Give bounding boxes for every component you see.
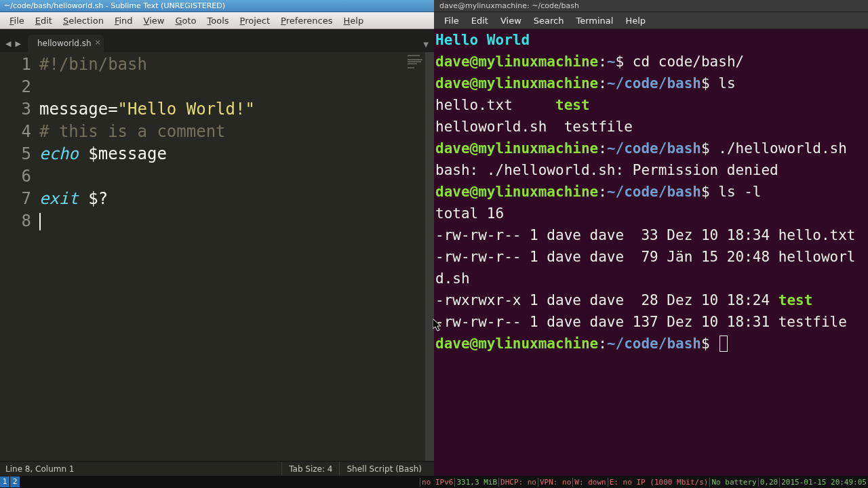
statusbar-item: No battery — [709, 478, 757, 487]
workspace-1-button[interactable]: 1 — [0, 476, 9, 487]
menu-file[interactable]: File — [4, 16, 30, 26]
menu-help[interactable]: Help — [338, 16, 370, 26]
menu-preferences[interactable]: Preferences — [275, 16, 338, 26]
sublime-statusbar: Line 8, Column 1 Tab Size: 4 Shell Scrip… — [0, 461, 434, 476]
statusbar-item: W: down — [572, 478, 607, 487]
menu-edit[interactable]: Edit — [30, 16, 58, 26]
menu-file[interactable]: File — [438, 16, 465, 26]
sublime-editor[interactable]: 12345678 #!/bin/bash message="Hello Worl… — [0, 52, 434, 461]
workspace-2-button[interactable]: 2 — [10, 476, 20, 487]
statusbar-item: E: no IP (1000 Mbit/s) — [608, 478, 710, 487]
statusbar-item: 331,3 MiB — [454, 478, 498, 487]
sublime-titlebar: ~/code/bash/helloworld.sh - Sublime Text… — [0, 0, 434, 12]
menu-project[interactable]: Project — [235, 16, 276, 26]
scrollbar[interactable] — [425, 52, 434, 461]
minimap[interactable] — [405, 52, 425, 461]
menu-terminal[interactable]: Terminal — [570, 16, 619, 26]
statusbar-item: 2015-01-15 20:49:05 — [779, 478, 868, 487]
sublime-menubar: FileEditSelectionFindViewGotoToolsProjec… — [0, 12, 434, 29]
menu-view[interactable]: View — [494, 16, 528, 26]
taskbar: 1 2 no IPv6331,3 MiBDHCP: noVPN: noW: do… — [0, 476, 868, 488]
tab-helloworld[interactable]: helloworld.sh × — [28, 35, 104, 52]
status-syntax[interactable]: Shell Script (Bash) — [339, 462, 429, 476]
menu-view[interactable]: View — [138, 16, 170, 26]
sublime-tabrow: ◀ ▶ helloworld.sh × ▼ — [0, 29, 434, 52]
status-tabsize[interactable]: Tab Size: 4 — [281, 462, 339, 476]
statusbar-item: VPN: no — [538, 478, 572, 487]
statusbar-item: no IPv6 — [420, 478, 454, 487]
status-position[interactable]: Line 8, Column 1 — [5, 462, 81, 476]
terminal-menubar: FileEditViewSearchTerminalHelp — [434, 12, 868, 29]
menu-help[interactable]: Help — [619, 16, 652, 26]
tab-overflow-icon[interactable]: ▼ — [423, 41, 429, 48]
terminal-window: dave@mylinuxmachine: ~/code/bash FileEdi… — [434, 0, 868, 476]
terminal-body[interactable]: Hello Worlddave@mylinuxmachine:~$ cd cod… — [434, 29, 868, 476]
terminal-titlebar: dave@mylinuxmachine: ~/code/bash — [434, 0, 868, 12]
menu-tools[interactable]: Tools — [202, 16, 235, 26]
menu-edit[interactable]: Edit — [465, 16, 494, 26]
code-area[interactable]: #!/bin/bash message="Hello World!"# this… — [39, 52, 405, 461]
menu-goto[interactable]: Goto — [170, 16, 201, 26]
tab-label: helloworld.sh — [37, 39, 92, 48]
menu-search[interactable]: Search — [528, 16, 570, 26]
tab-nav-forward-icon[interactable]: ▶ — [15, 39, 24, 52]
statusbar-item: DHCP: no — [498, 478, 538, 487]
menu-find[interactable]: Find — [109, 16, 138, 26]
line-gutter: 12345678 — [0, 52, 39, 461]
menu-selection[interactable]: Selection — [58, 16, 109, 26]
statusbar-item: 0,20 — [758, 478, 780, 487]
tab-nav-back-icon[interactable]: ◀ — [0, 39, 15, 52]
close-icon[interactable]: × — [94, 38, 100, 47]
sublime-window: ~/code/bash/helloworld.sh - Sublime Text… — [0, 0, 434, 476]
